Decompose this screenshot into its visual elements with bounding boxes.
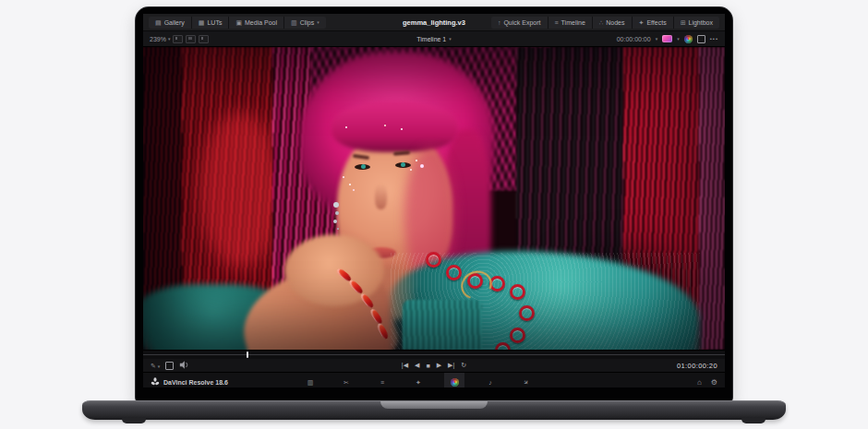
scrubber-track[interactable] (143, 354, 725, 355)
loop-button[interactable]: ↻ (461, 362, 466, 369)
deliver-page-icon: ✈ (522, 377, 530, 386)
clips-icon: ▥ (291, 19, 297, 26)
nodes-button[interactable]: ∴ Nodes (593, 17, 633, 29)
nodes-label: Nodes (606, 19, 624, 26)
page-tab-cut[interactable]: ✂ (336, 373, 356, 387)
laptop-foot-right (741, 418, 766, 423)
transport-controls: |◀ ◀ ■ ▶ ▶| ↻ (402, 362, 466, 369)
fusion-page-icon: ✦ (416, 379, 421, 386)
page-tab-fusion[interactable]: ✦ (408, 373, 428, 387)
chevron-down-icon: ▾ (677, 37, 680, 42)
timeline-label: Timeline (561, 19, 585, 26)
luts-button[interactable]: ▦ LUTs (192, 17, 230, 29)
chevron-down-icon: ▾ (449, 37, 452, 42)
lightbox-button[interactable]: ⊞ Lightbox (674, 17, 719, 29)
project-manager-button[interactable]: ⌂ (697, 378, 702, 387)
viewer-zoom-select[interactable]: 239% ▾ (150, 36, 170, 42)
luts-label: LUTs (207, 19, 222, 26)
cut-page-icon: ✂ (344, 379, 349, 386)
viewer-tools: ✎ ▾ (151, 361, 188, 370)
viewer-mode-toggle-3[interactable] (199, 35, 209, 43)
audio-mute-button[interactable] (179, 361, 188, 370)
photo-layer (143, 47, 725, 350)
page-tab-edit[interactable]: ≡ (372, 373, 392, 387)
page-tab-deliver[interactable]: ✈ (516, 373, 536, 387)
viewer-bar-right-cluster: 00:00:00:00 ▾ ▾ ••• (617, 35, 718, 43)
viewer-zoom-value: 239% (150, 36, 166, 42)
macbook-marketing-scene: ▤ Gallery ▦ LUTs ▣ Media Pool ▥ Clips (0, 0, 868, 429)
bypass-grades-icon[interactable] (165, 362, 174, 370)
timeline-button[interactable]: ≡ Timeline (549, 17, 593, 29)
chevron-down-icon: ▾ (656, 37, 658, 42)
color-page-viewer[interactable] (143, 47, 725, 350)
transport-bar: ✎ ▾ |◀ ◀ ■ ▶ ▶| (143, 359, 725, 372)
app-name-label: DaVinci Resolve 18.6 (163, 379, 228, 386)
media-pool-label: Media Pool (245, 19, 277, 26)
onscreen-controls-button[interactable]: ✎ ▾ (151, 363, 160, 369)
viewer-scrubber[interactable] (143, 350, 725, 359)
step-back-button[interactable]: ◀ (415, 362, 419, 369)
clips-label: Clips (300, 19, 315, 26)
speaker-icon (179, 361, 188, 369)
chevron-down-icon: ▾ (168, 37, 171, 42)
page-tab-media[interactable]: ▥ (300, 373, 320, 387)
project-title: gemma_lighting.v3 (403, 18, 465, 27)
media-pool-icon: ▣ (235, 19, 242, 26)
viewer-options-bar: 239% ▾ Timeline 1 ▾ 00:00:00:00 ▾ ▾ (143, 31, 725, 47)
color-wheel-icon[interactable] (684, 35, 693, 43)
timeline-icon: ≡ (555, 19, 559, 26)
viewer-mode-toggle-1[interactable] (173, 35, 183, 43)
lightbox-icon: ⊞ (681, 19, 686, 26)
chevron-down-icon: ▾ (317, 20, 319, 25)
fairlight-page-icon: ♪ (488, 379, 492, 386)
clip-color-icon[interactable] (662, 35, 672, 42)
laptop-base (82, 400, 786, 420)
page-tab-color[interactable] (444, 373, 464, 387)
top-toolbar: ▤ Gallery ▦ LUTs ▣ Media Pool ▥ Clips (143, 14, 725, 31)
overflow-menu-icon[interactable]: ••• (710, 36, 718, 42)
timeline-selector[interactable]: Timeline 1 ▾ (416, 36, 452, 42)
effects-button[interactable]: ✦ Effects (633, 17, 674, 29)
davinci-resolve-window: ▤ Gallery ▦ LUTs ▣ Media Pool ▥ Clips (143, 14, 725, 387)
go-to-start-button[interactable]: |◀ (402, 362, 408, 369)
expand-viewer-icon[interactable] (697, 35, 705, 43)
lightbox-label: Lightbox (689, 19, 713, 26)
record-timecode: 01:00:00:20 (677, 362, 717, 370)
page-bar: DaVinci Resolve 18.6 ▥ ✂ ≡ ✦ (143, 372, 725, 387)
laptop-screen: ▤ Gallery ▦ LUTs ▣ Media Pool ▥ Clips (136, 7, 732, 402)
quick-export-button[interactable]: ↑ Quick Export (491, 17, 549, 29)
color-page-icon (451, 378, 459, 387)
media-page-icon: ▥ (307, 379, 314, 386)
go-to-end-button[interactable]: ▶| (448, 362, 454, 369)
quick-export-icon: ↑ (498, 19, 501, 26)
system-buttons: ⌂ ⚙ (697, 378, 717, 387)
gallery-icon: ▤ (155, 19, 162, 26)
gallery-label: Gallery (164, 19, 185, 26)
right-toolbar-group: ↑ Quick Export ≡ Timeline ∴ Nodes ✦ Effe… (491, 17, 719, 29)
effects-icon: ✦ (639, 19, 645, 26)
pen-icon: ✎ (151, 363, 156, 369)
project-settings-button[interactable]: ⚙ (711, 378, 717, 387)
playhead[interactable] (247, 352, 248, 358)
laptop-lid-groove (380, 401, 488, 409)
quick-export-label: Quick Export (503, 19, 540, 26)
nodes-icon: ∴ (599, 19, 603, 26)
gallery-button[interactable]: ▤ Gallery (149, 17, 192, 29)
page-tab-fairlight[interactable]: ♪ (480, 373, 500, 387)
effects-label: Effects (646, 19, 666, 26)
source-timecode[interactable]: 00:00:00:00 (617, 36, 651, 42)
media-pool-button[interactable]: ▣ Media Pool (229, 17, 284, 29)
laptop-foot-left (122, 418, 146, 423)
stop-button[interactable]: ■ (426, 363, 429, 369)
davinci-resolve-logo-icon (151, 377, 160, 387)
chevron-down-icon: ▾ (158, 363, 161, 369)
page-tabs: ▥ ✂ ≡ ✦ ♪ (300, 373, 536, 387)
clips-button[interactable]: ▥ Clips ▾ (284, 17, 326, 29)
luts-icon: ▦ (199, 19, 205, 26)
app-identity: DaVinci Resolve 18.6 (151, 377, 228, 387)
timeline-selector-label: Timeline 1 (416, 36, 446, 42)
edit-page-icon: ≡ (380, 379, 384, 386)
play-button[interactable]: ▶ (437, 362, 441, 369)
viewer-mode-toggle-2[interactable] (186, 35, 196, 43)
left-toolbar-group: ▤ Gallery ▦ LUTs ▣ Media Pool ▥ Clips (149, 17, 326, 29)
